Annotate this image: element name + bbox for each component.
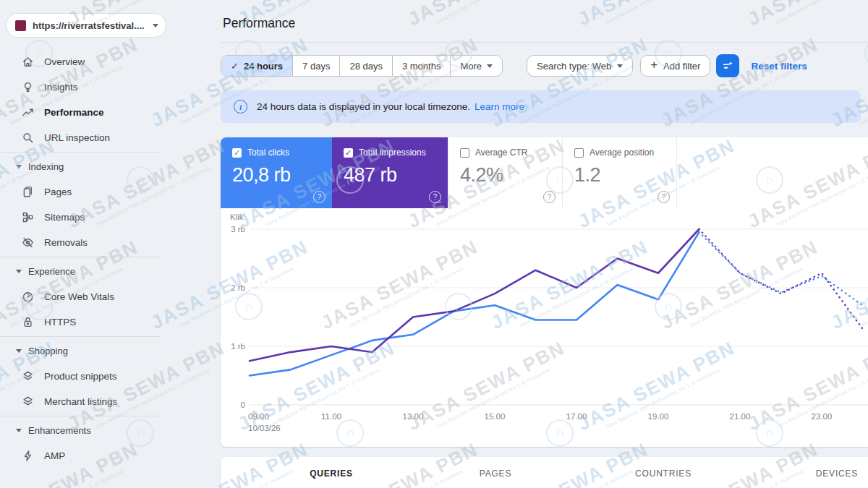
date-tab-28-days[interactable]: 28 days (340, 56, 393, 76)
metric-card-total-impressions[interactable]: ✓Total impressions487 rb? (332, 137, 448, 208)
sidebar-group-indexing[interactable]: Indexing (0, 154, 210, 179)
banner-text: 24 hours data is displayed in your local… (257, 101, 470, 112)
sidebar-item-sitemaps[interactable]: Sitemaps (0, 205, 210, 230)
sidebar-item-label: Merchant listings (44, 396, 117, 407)
sidebar-item-removals[interactable]: Removals (0, 230, 210, 255)
tab-pages[interactable]: PAGES (480, 468, 511, 479)
y-tick-label: 1 rb (231, 342, 245, 351)
sidebar-item-product-snippets[interactable]: Product snippets (0, 364, 210, 389)
sidebar-nav: OverviewInsightsPerformanceURL inspectio… (0, 49, 210, 468)
chevron-down-icon (16, 270, 22, 273)
help-icon[interactable]: ? (543, 191, 556, 203)
sidebar-group-label: Shopping (28, 346, 68, 356)
sidebar-group-enhancements[interactable]: Enhancements (0, 418, 210, 443)
date-tab-label: 3 months (402, 61, 441, 72)
sidebar-divider (0, 257, 161, 257)
search-icon (21, 131, 35, 145)
lightbulb-icon (21, 80, 35, 94)
date-tab-label: 7 days (302, 61, 330, 72)
tab-countries[interactable]: COUNTRIES (635, 468, 692, 479)
pages-icon (21, 185, 35, 199)
help-icon[interactable]: ? (313, 191, 326, 203)
metric-card-total-clicks[interactable]: ✓Total clicks20,8 rb? (221, 137, 332, 208)
learn-more-link[interactable]: Learn more (475, 101, 524, 112)
checkbox-checked-icon[interactable]: ✓ (344, 148, 353, 158)
lock-icon (21, 315, 35, 329)
property-icon (15, 20, 26, 31)
watermark-text: JASA SEWA PBNJasa Backlink PBN Berkualit… (575, 0, 741, 35)
metric-card-average-position[interactable]: Average position1.2? (562, 137, 676, 208)
tune-filters-button[interactable] (716, 54, 739, 77)
chevron-down-icon (16, 349, 22, 353)
series-total-clicks-remaining-hours- (699, 232, 863, 305)
info-icon: i (234, 100, 247, 114)
checkbox-unchecked-icon[interactable] (574, 148, 584, 158)
sidebar-divider (0, 336, 161, 337)
date-tab-more[interactable]: More (451, 56, 502, 76)
help-icon[interactable]: ? (658, 191, 670, 203)
chevron-down-icon (487, 64, 493, 68)
help-icon[interactable]: ? (429, 191, 441, 203)
sidebar-item-pages[interactable]: Pages (0, 179, 210, 205)
tab-queries[interactable]: QUERIES (310, 468, 353, 479)
performance-chart-card: ✓Total clicks20,8 rb?✓Total impressions4… (221, 137, 868, 447)
performance-icon (21, 106, 35, 119)
check-icon: ✓ (231, 61, 239, 72)
sidebar-item-core-web-vitals[interactable]: Core Web Vitals (0, 284, 210, 309)
sidebar-item-merchant-listings[interactable]: Merchant listings (0, 389, 210, 414)
sidebar-item-label: Product snippets (44, 371, 117, 382)
sidebar-item-performance[interactable]: Performance (0, 100, 210, 125)
sidebar-item-amp[interactable]: AMP (0, 443, 210, 468)
date-tab-3-months[interactable]: 3 months (393, 56, 451, 76)
sidebar-item-insights[interactable]: Insights (0, 74, 210, 100)
sidebar-item-label: Sitemaps (44, 212, 85, 223)
x-tick-sublabel: 10/03/26 (248, 424, 281, 432)
add-filter-label: Add filter (663, 61, 700, 72)
metric-value: 4.2% (460, 164, 562, 187)
add-filter-button[interactable]: + Add filter (640, 55, 710, 77)
sidebar-group-label: Indexing (28, 161, 64, 172)
filter-row: ✓24 hours7 days28 days3 monthsMore Searc… (221, 54, 807, 77)
metric-card-average-ctr[interactable]: Average CTR4.2%? (448, 137, 562, 208)
sidebar-item-label: Core Web Vitals (44, 291, 114, 302)
sidebar-item-url-inspection[interactable]: URL inspection (0, 125, 210, 150)
sidebar-item-label: URL inspection (44, 132, 110, 143)
search-type-chip[interactable]: Search type: Web (527, 55, 633, 77)
y-tick-label: 2 rb (231, 283, 245, 292)
x-tick-label: 23.00 (812, 412, 833, 421)
date-tab-24-hours[interactable]: ✓24 hours (221, 56, 293, 76)
sidebar-item-label: AMP (44, 450, 65, 461)
layers-icon (21, 369, 35, 383)
date-tab-7-days[interactable]: 7 days (293, 56, 340, 76)
page-title: Performance (223, 16, 295, 31)
sidebar-group-shopping[interactable]: Shopping (0, 338, 210, 364)
reset-filters-link[interactable]: Reset filters (751, 61, 807, 72)
performance-chart-svg: 3 rb2 rb1 rb0Klik09.0010/03/2611.0013.00… (221, 208, 868, 447)
x-tick-label: 19.00 (648, 412, 669, 421)
date-tab-label: 24 hours (244, 61, 283, 72)
sidebar-item-label: Insights (44, 82, 78, 93)
checkbox-unchecked-icon[interactable] (460, 148, 469, 158)
timezone-banner: i 24 hours data is displayed in your loc… (221, 90, 861, 123)
sidebar-item-overview[interactable]: Overview (0, 49, 210, 74)
home-icon (21, 55, 35, 69)
more-label: More (460, 61, 482, 72)
sitemap-icon (21, 210, 35, 224)
tune-sparkle-icon (721, 59, 734, 72)
sidebar-item-https[interactable]: HTTPS (0, 309, 210, 335)
sidebar-group-experience[interactable]: Experience (0, 259, 210, 284)
property-selector[interactable]: https://riverratsfestival.... (6, 13, 166, 38)
chevron-down-icon (617, 64, 623, 68)
x-tick-label: 17.00 (566, 412, 587, 421)
chevron-down-icon (153, 24, 158, 27)
series-total-impressions-remaining-hours- (699, 229, 863, 329)
x-tick-label: 15.00 (485, 412, 506, 421)
header-divider (221, 42, 868, 43)
metric-row-filler (676, 137, 868, 208)
checkbox-checked-icon[interactable]: ✓ (232, 148, 242, 158)
tab-devices[interactable]: DEVICES (816, 468, 858, 479)
layers-icon (21, 395, 35, 408)
search-type-label: Search type: Web (537, 61, 611, 72)
date-tab-label: 28 days (349, 61, 383, 72)
metric-value: 487 rb (344, 164, 448, 187)
